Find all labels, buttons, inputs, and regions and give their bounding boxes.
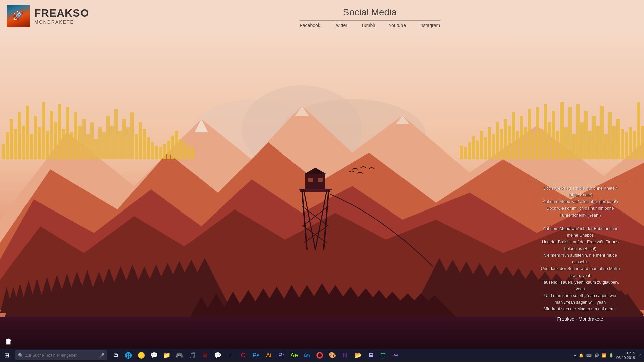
lyrics-line-10: Nie mehr früh aufsteh'n, nie mehr müde <box>523 252 637 259</box>
cortana-icon[interactable]: ⭕ <box>314 350 325 361</box>
eq-bar-right-3 <box>472 136 475 159</box>
pen-icon[interactable]: ✏ <box>391 350 401 361</box>
svg-rect-70 <box>308 178 313 182</box>
eq-bar-left-47 <box>191 147 194 159</box>
file-manager-icon[interactable]: 📂 <box>353 350 363 361</box>
lyrics-line-9: belanglos (Bitch!) <box>523 245 637 252</box>
photoshop-icon[interactable]: Ps <box>251 350 261 361</box>
mail-icon[interactable]: ✉ <box>200 350 210 361</box>
eq-bar-right-44 <box>637 102 640 159</box>
paint-icon[interactable]: 🎨 <box>327 350 338 361</box>
search-input[interactable] <box>25 353 99 358</box>
lyrics-line-14: Tausend Frauen, yeah, kaum zu glauben, <box>523 279 637 286</box>
eq-bar-right-4 <box>476 141 479 159</box>
keyboard-icon[interactable]: ⌨ <box>586 353 592 358</box>
eq-bar-right-45 <box>641 126 644 159</box>
eq-bar-left-9 <box>38 127 41 159</box>
social-link-facebook[interactable]: Facebook <box>300 23 320 28</box>
eq-bar-right-9 <box>496 122 499 159</box>
show-desktop[interactable]: ▯ <box>638 354 641 357</box>
eq-bar-right-17 <box>528 109 531 159</box>
brand-subtitle: MONDRAKETE <box>34 19 89 25</box>
eq-bar-left-33 <box>135 134 138 159</box>
eq-bar-right-30 <box>580 122 584 159</box>
eq-bar-left-8 <box>34 116 37 159</box>
eq-bar-left-45 <box>183 142 186 159</box>
social-link-twitter[interactable]: Twitter <box>334 23 347 28</box>
social-media-section: Social Media FacebookTwitterTumblrYoutub… <box>96 4 644 28</box>
eq-bar-left-0 <box>2 144 5 159</box>
social-link-tumblr[interactable]: Tumblr <box>361 23 375 28</box>
eq-bar-right-38 <box>612 126 616 159</box>
display-icon[interactable]: 🖥 <box>365 350 376 361</box>
eq-bar-left-32 <box>130 112 134 159</box>
eq-bar-right-0 <box>460 146 463 159</box>
eq-bar-right-6 <box>484 137 487 159</box>
lyrics-lines: Doch wie krieg' ich die nur ohne Knete?(… <box>523 185 637 312</box>
lyrics-line-4: Führerschein? (Yeah!) <box>523 212 637 219</box>
lyrics-line-16: Und man kann so oft „Yeah sagen, wie <box>523 292 637 299</box>
eq-bar-right-21 <box>544 104 547 159</box>
eq-bar-left-1 <box>6 132 9 159</box>
explorer-icon[interactable]: 📁 <box>161 350 172 361</box>
whatsapp-icon[interactable]: 💬 <box>212 350 223 361</box>
eq-bar-left-6 <box>26 106 29 159</box>
social-links: FacebookTwitterTumblrYoutubeInstagram <box>300 23 440 28</box>
svg-rect-68 <box>305 174 325 189</box>
taskview-button[interactable]: ⧉ <box>110 350 121 361</box>
eq-bar-right-18 <box>532 132 535 159</box>
eq-bar-left-37 <box>151 142 154 159</box>
lyrics-line-17: man „Yeah sagen will, yeah <box>523 299 637 306</box>
onenote-icon[interactable]: N <box>340 350 351 361</box>
edge-icon[interactable]: 🌐 <box>123 350 134 361</box>
chrome-icon[interactable]: 🟡 <box>136 350 147 361</box>
volume-icon[interactable]: 🔊 <box>594 353 599 358</box>
battery-icon[interactable]: 🔋 <box>609 353 614 358</box>
svg-rect-71 <box>318 178 323 182</box>
clock-display[interactable]: 07:15 03.10.2018 <box>616 351 635 360</box>
lyrics-line-12: Und dank der Sonne wird man ohne Mühe <box>523 265 637 272</box>
equalizer-right <box>460 32 644 159</box>
discord-icon[interactable]: 🎮 <box>174 350 185 361</box>
eq-bar-left-7 <box>30 134 33 159</box>
song-title: Freakso - Mondrakete <box>523 316 637 322</box>
start-button[interactable]: ⊞ <box>0 349 13 362</box>
taskbar-app-icons: ⧉ 🌐 🟡 💬 📁 🎮 🎵 ✉ 💬 ✓ O Ps Ai Pr Ae 🛍 ⭕ 🎨 … <box>110 350 401 361</box>
eq-bar-right-1 <box>464 147 467 159</box>
ticktick-icon[interactable]: ✓ <box>225 350 236 361</box>
eq-bar-left-42 <box>171 136 174 159</box>
lyrics-line-15: yeah <box>523 286 637 292</box>
eq-bar-left-24 <box>98 127 102 159</box>
eq-bar-left-14 <box>58 104 61 159</box>
opera-icon[interactable]: O <box>238 350 249 361</box>
store-icon[interactable]: 🛍 <box>302 350 312 361</box>
chevron-icon[interactable]: ⋀ <box>574 354 576 357</box>
eq-bar-right-11 <box>504 119 507 159</box>
network-icon[interactable]: 📶 <box>602 353 606 358</box>
eq-bar-left-38 <box>155 146 158 159</box>
eq-bar-left-39 <box>159 147 162 159</box>
eq-bar-right-36 <box>604 134 608 159</box>
illustrator-icon[interactable]: Ai <box>263 350 274 361</box>
eq-bar-right-35 <box>600 106 604 159</box>
eq-bar-right-8 <box>492 134 495 159</box>
aero-icon[interactable]: Ae <box>289 350 300 361</box>
social-link-instagram[interactable]: Instagram <box>419 23 440 28</box>
spotify-icon[interactable]: 🎵 <box>187 350 198 361</box>
social-media-title: Social Media <box>343 7 397 18</box>
notifications-icon[interactable]: 🔔 <box>579 353 584 358</box>
lyrics-line-7: meine Chabos <box>523 232 637 239</box>
lyrics-line-11: ausseh'n <box>523 259 637 265</box>
brand-name: FREAKSO <box>34 7 89 19</box>
logo-image <box>7 5 30 27</box>
eq-bar-left-15 <box>62 129 65 159</box>
shield-icon[interactable]: 🛡 <box>378 350 389 361</box>
trash-icon[interactable]: 🗑 <box>5 337 12 346</box>
eq-bar-right-20 <box>540 129 543 159</box>
eq-bar-left-20 <box>82 119 86 159</box>
premiere-icon[interactable]: Pr <box>276 350 287 361</box>
eq-bar-right-10 <box>500 129 503 159</box>
taskbar-search-box[interactable]: 🔍 🎤 <box>15 350 107 360</box>
social-link-youtube[interactable]: Youtube <box>389 23 406 28</box>
skype-icon[interactable]: 💬 <box>149 350 159 361</box>
